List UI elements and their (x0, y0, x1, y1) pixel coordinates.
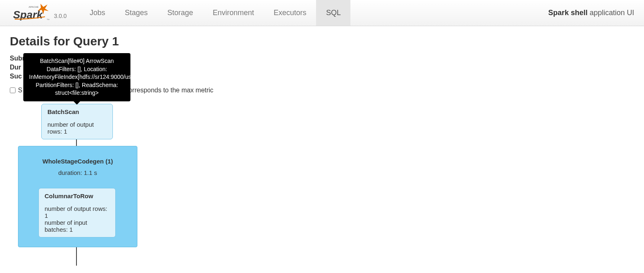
node-columnartorow[interactable]: ColumnarToRow number of output rows: 1 n… (38, 188, 116, 237)
nav-tab-stages[interactable]: Stages (115, 0, 157, 26)
node-batchscan[interactable]: BatchScan number of output rows: 1 (41, 104, 113, 139)
app-name: Spark shell (548, 9, 588, 17)
node-batchscan-metric1: number of output rows: 1 (47, 121, 107, 135)
cluster-wsc-title: WholeStageCodegen (1) (18, 158, 137, 165)
node-batchscan-title: BatchScan (47, 108, 107, 115)
node-columnar-metric2: number of input batches: 1 (45, 219, 110, 233)
nav-tabs: Jobs Stages Storage Environment Executor… (80, 0, 350, 26)
node-columnar-metric1: number of output rows: 1 (45, 205, 110, 219)
brand[interactable]: APACHE Spark ™ 3.0.0 (10, 3, 67, 23)
nav-tab-storage[interactable]: Storage (157, 0, 203, 26)
svg-text:™: ™ (47, 18, 49, 21)
top-navbar: APACHE Spark ™ 3.0.0 Jobs Stages Storage… (0, 0, 644, 26)
checkbox-label-suffix: corresponds to the max metric (126, 87, 213, 94)
nav-tab-executors[interactable]: Executors (264, 0, 316, 26)
app-title: Spark shell application UI (548, 9, 634, 17)
app-ui-suffix: application UI (590, 9, 634, 17)
node-columnar-title: ColumnarToRow (45, 192, 110, 199)
page-title: Details for Query 1 (10, 34, 634, 48)
spark-logo: APACHE Spark ™ (10, 3, 51, 23)
nav-tab-sql[interactable]: SQL (316, 0, 350, 26)
success-label: Suc (10, 73, 22, 80)
dag-viz[interactable]: BatchScan number of output rows: 1 Whole… (10, 102, 173, 266)
nav-tab-environment[interactable]: Environment (203, 0, 264, 26)
metric-checkbox[interactable] (10, 87, 16, 93)
checkbox-label-prefix: S (18, 87, 22, 94)
nav-tab-jobs[interactable]: Jobs (80, 0, 115, 26)
duration-label: Dur (10, 64, 21, 71)
node-tooltip: BatchScan[file#0] ArrowScan DataFilters:… (23, 53, 130, 101)
cluster-wsc-subtitle: duration: 1.1 s (18, 169, 137, 176)
spark-version: 3.0.0 (54, 13, 67, 19)
logo-apache-text: APACHE (29, 6, 38, 8)
